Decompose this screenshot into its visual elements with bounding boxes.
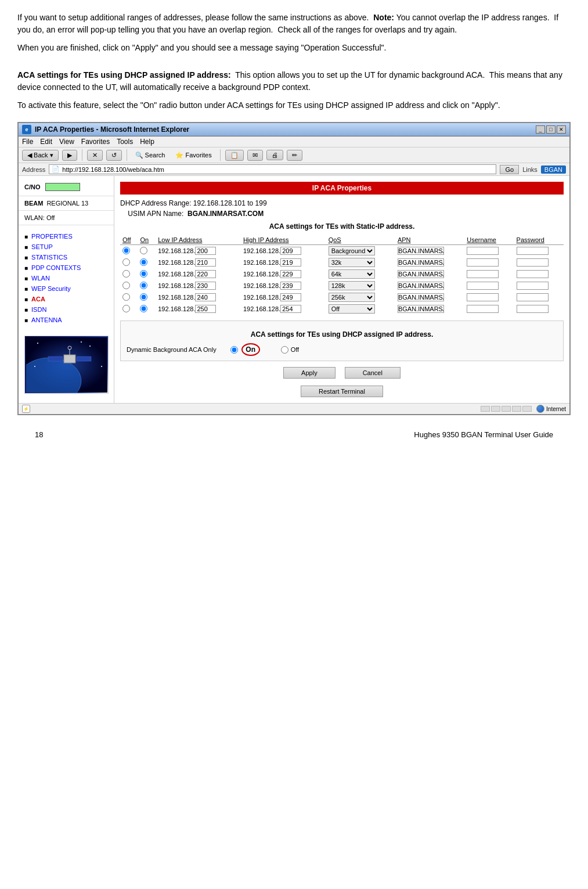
nav-pdp-contexts[interactable]: ■ PDP CONTEXTS: [19, 262, 114, 273]
qos-select-5[interactable]: Background32k64k128k256kOff: [329, 293, 375, 302]
radio-on-2[interactable]: [138, 257, 156, 268]
mail-button[interactable]: ✉: [247, 150, 263, 161]
menu-edit[interactable]: Edit: [40, 138, 52, 146]
menu-help[interactable]: Help: [140, 138, 154, 146]
menu-file[interactable]: File: [22, 138, 33, 146]
pass-input-5[interactable]: [517, 293, 549, 301]
back-button[interactable]: ◀ Back ▾: [22, 150, 59, 161]
radio-off-3[interactable]: [120, 268, 138, 280]
pass-input-4[interactable]: [517, 282, 549, 290]
refresh-button[interactable]: ↺: [106, 150, 122, 161]
user-2[interactable]: [464, 257, 514, 268]
menu-view[interactable]: View: [59, 138, 74, 146]
pass-input-3[interactable]: [517, 270, 549, 278]
low-suffix-3[interactable]: [195, 270, 216, 278]
apn-input-5[interactable]: [398, 293, 444, 301]
nav-aca[interactable]: ■ ACA: [19, 294, 114, 304]
cancel-button[interactable]: Cancel: [345, 367, 401, 379]
high-suffix-5[interactable]: [280, 293, 301, 301]
low-suffix-5[interactable]: [195, 293, 216, 301]
apn-4[interactable]: [395, 280, 464, 291]
high-suffix-2[interactable]: [280, 258, 301, 267]
nav-isdn[interactable]: ■ ISDN: [19, 304, 114, 315]
user-4[interactable]: [464, 280, 514, 291]
address-input[interactable]: 📄 http://192.168.128.100/web/aca.htm: [49, 164, 496, 174]
apn-5[interactable]: [395, 291, 464, 303]
low-suffix-6[interactable]: [195, 305, 216, 313]
user-input-3[interactable]: [467, 270, 499, 278]
radio-off-2[interactable]: [120, 257, 138, 268]
apn-2[interactable]: [395, 257, 464, 268]
apn-3[interactable]: [395, 268, 464, 280]
restart-button[interactable]: Restart Terminal: [301, 386, 383, 397]
apn-input-4[interactable]: [398, 282, 444, 290]
low-suffix-2[interactable]: [195, 258, 216, 267]
pass-input-2[interactable]: [517, 258, 549, 267]
dhcp-on-option[interactable]: On: [230, 343, 260, 356]
menu-tools[interactable]: Tools: [117, 138, 133, 146]
low-suffix-1[interactable]: [195, 247, 216, 255]
dhcp-on-radio[interactable]: [230, 346, 238, 354]
bgan-button[interactable]: BGAN: [541, 165, 566, 174]
low-suffix-4[interactable]: [195, 282, 216, 290]
radio-on-1[interactable]: [138, 245, 156, 257]
nav-antenna[interactable]: ■ ANTENNA: [19, 315, 114, 325]
qos-2[interactable]: Background32k64k128k256kOff: [326, 257, 395, 268]
window-controls[interactable]: _ □ ✕: [536, 125, 566, 134]
user-input-5[interactable]: [467, 293, 499, 301]
qos-4[interactable]: Background32k64k128k256kOff: [326, 280, 395, 291]
favorites-button[interactable]: ⭐ Favorites: [172, 150, 215, 160]
high-suffix-4[interactable]: [280, 282, 301, 290]
qos-5[interactable]: Background32k64k128k256kOff: [326, 291, 395, 303]
apn-1[interactable]: [395, 245, 464, 257]
radio-on-4[interactable]: [138, 280, 156, 291]
url-text[interactable]: http://192.168.128.100/web/aca.htm: [62, 166, 164, 173]
qos-1[interactable]: Background32k64k128k256kOff: [326, 245, 395, 257]
user-1[interactable]: [464, 245, 514, 257]
edit-button[interactable]: ✏: [287, 150, 302, 161]
user-input-2[interactable]: [467, 258, 499, 267]
minimize-button[interactable]: _: [536, 125, 545, 134]
user-3[interactable]: [464, 268, 514, 280]
go-button[interactable]: Go: [500, 165, 519, 174]
radio-off-6[interactable]: [120, 303, 138, 315]
pass-3[interactable]: [514, 268, 564, 280]
high-suffix-3[interactable]: [280, 270, 301, 278]
nav-wep-security[interactable]: ■ WEP Security: [19, 283, 114, 294]
history-button[interactable]: 📋: [225, 150, 244, 161]
stop-button[interactable]: ✕: [87, 150, 103, 161]
qos-select-3[interactable]: Background32k64k128k256kOff: [329, 269, 375, 279]
search-button[interactable]: 🔍 Search: [132, 150, 169, 160]
apn-input-1[interactable]: [398, 247, 444, 255]
radio-on-3[interactable]: [138, 268, 156, 280]
qos-3[interactable]: Background32k64k128k256kOff: [326, 268, 395, 280]
forward-button[interactable]: ▶: [62, 150, 77, 161]
radio-on-6[interactable]: [138, 303, 156, 315]
links-button[interactable]: Links: [522, 166, 538, 173]
pass-6[interactable]: [514, 303, 564, 315]
dhcp-off-option[interactable]: Off: [281, 346, 299, 354]
user-input-4[interactable]: [467, 282, 499, 290]
radio-off-4[interactable]: [120, 280, 138, 291]
qos-select-1[interactable]: Background32k64k128k256kOff: [329, 246, 375, 255]
qos-6[interactable]: Background32k64k128k256kOff: [326, 303, 395, 315]
pass-5[interactable]: [514, 291, 564, 303]
user-6[interactable]: [464, 303, 514, 315]
radio-on-5[interactable]: [138, 291, 156, 303]
nav-properties[interactable]: ■ PROPERTIES: [19, 231, 114, 242]
qos-select-2[interactable]: Background32k64k128k256kOff: [329, 258, 375, 267]
user-input-1[interactable]: [467, 247, 499, 255]
pass-2[interactable]: [514, 257, 564, 268]
pass-4[interactable]: [514, 280, 564, 291]
nav-wlan[interactable]: ■ WLAN: [19, 273, 114, 283]
dhcp-off-radio[interactable]: [281, 346, 288, 354]
apply-button[interactable]: Apply: [283, 367, 336, 379]
apn-input-3[interactable]: [398, 270, 444, 278]
nav-statistics[interactable]: ■ STATISTICS: [19, 252, 114, 262]
user-input-6[interactable]: [467, 305, 499, 313]
radio-off-1[interactable]: [120, 245, 138, 257]
high-suffix-6[interactable]: [280, 305, 301, 313]
qos-select-6[interactable]: Background32k64k128k256kOff: [329, 304, 375, 314]
user-5[interactable]: [464, 291, 514, 303]
apn-6[interactable]: [395, 303, 464, 315]
